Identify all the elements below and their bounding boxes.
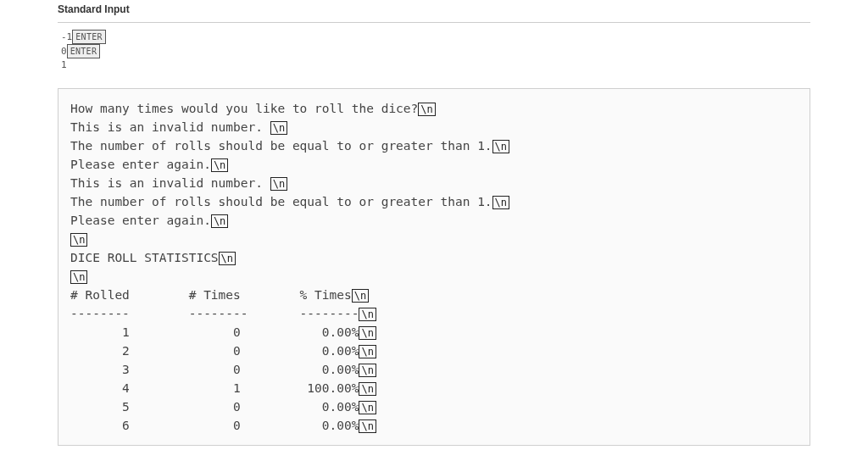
output-line: 2 0 0.00%\n bbox=[70, 342, 798, 360]
output-line: Please enter again.\n bbox=[70, 155, 798, 174]
output-line: -------- -------- --------\n bbox=[70, 304, 798, 323]
output-line: This is an invalid number. \n bbox=[70, 118, 798, 136]
newline-icon: \n bbox=[359, 419, 376, 433]
output-text: 1 0 0.00% bbox=[70, 325, 359, 339]
output-line: The number of rolls should be equal to o… bbox=[70, 136, 798, 155]
output-line: # Rolled # Times % Times\n bbox=[70, 286, 798, 304]
output-text: How many times would you like to roll th… bbox=[70, 102, 418, 115]
output-line: \n bbox=[70, 230, 798, 248]
newline-icon: \n bbox=[70, 233, 87, 247]
newline-icon: \n bbox=[211, 158, 228, 172]
output-text: 5 0 0.00% bbox=[70, 400, 359, 414]
newline-icon: \n bbox=[219, 252, 236, 265]
output-line: DICE ROLL STATISTICS\n bbox=[70, 248, 798, 267]
output-line: 1 0 0.00%\n bbox=[70, 323, 798, 342]
output-text: The number of rolls should be equal to o… bbox=[70, 195, 492, 208]
output-line: The number of rolls should be equal to o… bbox=[70, 192, 798, 211]
newline-icon: \n bbox=[418, 103, 435, 116]
output-line: 3 0 0.00%\n bbox=[70, 360, 798, 379]
newline-icon: \n bbox=[270, 121, 287, 135]
enter-key-badge: ENTER bbox=[67, 44, 101, 58]
newline-icon: \n bbox=[359, 345, 376, 358]
output-text: 4 1 100.00% bbox=[70, 381, 359, 395]
newline-icon: \n bbox=[492, 196, 509, 209]
program-output: How many times would you like to roll th… bbox=[58, 88, 810, 447]
output-text: 6 0 0.00% bbox=[70, 419, 359, 432]
output-text: -------- -------- -------- bbox=[70, 307, 359, 320]
newline-icon: \n bbox=[492, 140, 509, 153]
output-text: The number of rolls should be equal to o… bbox=[70, 139, 492, 153]
output-line: 5 0 0.00%\n bbox=[70, 397, 798, 416]
newline-icon: \n bbox=[270, 177, 287, 191]
output-text: Please enter again. bbox=[70, 158, 211, 171]
newline-icon: \n bbox=[359, 382, 376, 396]
stdin-text: 1 bbox=[61, 59, 67, 70]
output-line: How many times would you like to roll th… bbox=[70, 99, 798, 118]
output-text: DICE ROLL STATISTICS bbox=[70, 251, 219, 264]
newline-icon: \n bbox=[359, 401, 376, 414]
stdin-text: -1 bbox=[61, 31, 72, 42]
output-text: 3 0 0.00% bbox=[70, 363, 359, 376]
output-text: 2 0 0.00% bbox=[70, 344, 359, 358]
newline-icon: \n bbox=[70, 270, 87, 284]
page-container: Standard Input -1ENTER0ENTER1 How many t… bbox=[0, 0, 868, 450]
enter-key-badge: ENTER bbox=[72, 30, 106, 44]
stdin-text: 0 bbox=[61, 46, 67, 57]
output-text: This is an invalid number. bbox=[70, 176, 270, 190]
output-line: 6 0 0.00%\n bbox=[70, 416, 798, 435]
stdin-heading: Standard Input bbox=[58, 3, 810, 23]
output-text: Please enter again. bbox=[70, 214, 211, 227]
output-line: \n bbox=[70, 267, 798, 286]
stdin-line: 0ENTER bbox=[61, 44, 810, 58]
output-line: This is an invalid number. \n bbox=[70, 174, 798, 192]
newline-icon: \n bbox=[359, 308, 376, 321]
output-text: # Rolled # Times % Times bbox=[70, 288, 352, 302]
newline-icon: \n bbox=[352, 289, 369, 303]
output-line: Please enter again.\n bbox=[70, 211, 798, 230]
newline-icon: \n bbox=[359, 364, 376, 377]
newline-icon: \n bbox=[359, 326, 376, 340]
output-text: This is an invalid number. bbox=[70, 120, 270, 134]
newline-icon: \n bbox=[211, 214, 228, 228]
stdin-line: 1 bbox=[61, 58, 810, 73]
output-line: 4 1 100.00%\n bbox=[70, 379, 798, 397]
stdin-line: -1ENTER bbox=[61, 30, 810, 44]
stdin-block: -1ENTER0ENTER1 bbox=[58, 30, 810, 73]
